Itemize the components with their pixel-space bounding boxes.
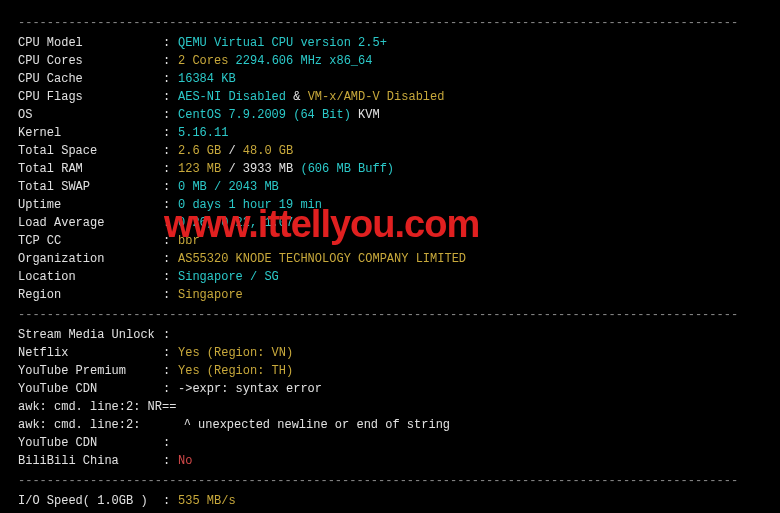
colon: : xyxy=(163,326,178,344)
row-label: YouTube CDN xyxy=(18,434,163,452)
colon: : xyxy=(163,250,178,268)
row-value: 5.16.11 xyxy=(178,126,228,140)
row-value: Yes (Region: TH) xyxy=(178,364,293,378)
row-label: Load Average xyxy=(18,214,163,232)
info-row: OS: CentOS 7.9.2009 (64 Bit) KVM xyxy=(18,106,762,124)
info-row: Netflix: Yes (Region: VN) xyxy=(18,344,762,362)
row-value: ->expr: syntax error xyxy=(178,382,322,396)
info-row: CPU Flags: AES-NI Disabled & VM-x/AMD-V … xyxy=(18,88,762,106)
row-value: 0 days 1 hour 19 min xyxy=(178,198,322,212)
row-value: / 3933 MB xyxy=(221,162,300,176)
row-value: CentOS 7.9.2009 (64 Bit) xyxy=(178,108,358,122)
colon: : xyxy=(163,380,178,398)
row-label: YouTube CDN xyxy=(18,380,163,398)
colon: : xyxy=(163,142,178,160)
info-row: Total SWAP: 0 MB / 2043 MB xyxy=(18,178,762,196)
colon: : xyxy=(163,88,178,106)
colon: : xyxy=(163,34,178,52)
colon: : xyxy=(163,492,178,510)
row-label: OS xyxy=(18,106,163,124)
row-label: TCP CC xyxy=(18,232,163,250)
row-value: / xyxy=(221,144,243,158)
row-label: I/O Speed( 1.0GB ) xyxy=(18,492,163,510)
row-value: 2294.606 MHz x86_64 xyxy=(228,54,372,68)
row-value: & xyxy=(286,90,308,104)
row-value: 16384 KB xyxy=(178,72,236,86)
info-row: CPU Cores: 2 Cores 2294.606 MHz x86_64 xyxy=(18,52,762,70)
row-label: Uptime xyxy=(18,196,163,214)
row-value: QEMU Virtual CPU version 2.5+ xyxy=(178,36,387,50)
colon: : xyxy=(163,124,178,142)
row-label: Netflix xyxy=(18,344,163,362)
info-row: Stream Media Unlock: xyxy=(18,326,762,344)
row-value: 123 MB xyxy=(178,162,221,176)
row-label: Location xyxy=(18,268,163,286)
info-row: CPU Model: QEMU Virtual CPU version 2.5+ xyxy=(18,34,762,52)
row-value: 535 MB/s xyxy=(178,494,236,508)
colon: : xyxy=(163,214,178,232)
row-label: Kernel xyxy=(18,124,163,142)
row-label: YouTube Premium xyxy=(18,362,163,380)
divider: ----------------------------------------… xyxy=(18,306,762,324)
colon: : xyxy=(163,106,178,124)
row-value: Singapore xyxy=(178,288,243,302)
row-label: Stream Media Unlock xyxy=(18,326,163,344)
row-value: No xyxy=(178,454,192,468)
row-value: 0.26, 0.22, 1.07 xyxy=(178,216,293,230)
row-label: CPU Model xyxy=(18,34,163,52)
info-row: YouTube CDN: xyxy=(18,434,762,452)
info-row: CPU Cache: 16384 KB xyxy=(18,70,762,88)
info-row: Region: Singapore xyxy=(18,286,762,304)
colon: : xyxy=(163,232,178,250)
row-value: (606 MB Buff) xyxy=(300,162,394,176)
info-row: Organization: AS55320 KNODE TECHNOLOGY C… xyxy=(18,250,762,268)
row-label: Organization xyxy=(18,250,163,268)
row-label: Region xyxy=(18,286,163,304)
info-row: Uptime: 0 days 1 hour 19 min xyxy=(18,196,762,214)
row-value: KVM xyxy=(358,108,380,122)
colon: : xyxy=(163,362,178,380)
info-row: YouTube CDN: ->expr: syntax error xyxy=(18,380,762,398)
row-value: 0 MB / 2043 MB xyxy=(178,180,279,194)
row-label: Total RAM xyxy=(18,160,163,178)
row-value: Yes (Region: VN) xyxy=(178,346,293,360)
colon: : xyxy=(163,178,178,196)
info-row: I/O Speed( 1.0GB ): 535 MB/s xyxy=(18,492,762,510)
info-row: YouTube Premium: Yes (Region: TH) xyxy=(18,362,762,380)
info-row: Total Space: 2.6 GB / 48.0 GB xyxy=(18,142,762,160)
info-row: Load Average: 0.26, 0.22, 1.07 xyxy=(18,214,762,232)
colon: : xyxy=(163,52,178,70)
divider: ----------------------------------------… xyxy=(18,472,762,490)
row-value: 48.0 GB xyxy=(243,144,293,158)
row-label: Total Space xyxy=(18,142,163,160)
colon: : xyxy=(163,70,178,88)
colon: : xyxy=(163,268,178,286)
colon: : xyxy=(163,344,178,362)
row-value: 2.6 GB xyxy=(178,144,221,158)
colon: : xyxy=(163,286,178,304)
info-row: Location: Singapore / SG xyxy=(18,268,762,286)
row-label: Total SWAP xyxy=(18,178,163,196)
info-row: TCP CC: bbr xyxy=(18,232,762,250)
row-label: CPU Cores xyxy=(18,52,163,70)
row-value: bbr xyxy=(178,234,200,248)
row-value: VM-x/AMD-V Disabled xyxy=(308,90,445,104)
row-value: AES-NI Disabled xyxy=(178,90,286,104)
info-row: BiliBili China: No xyxy=(18,452,762,470)
awk-error: awk: cmd. line:2: ^ unexpected newline o… xyxy=(18,416,762,434)
awk-error: awk: cmd. line:2: NR== xyxy=(18,398,762,416)
row-value: AS55320 KNODE TECHNOLOGY COMPANY LIMITED xyxy=(178,252,466,266)
row-label: CPU Flags xyxy=(18,88,163,106)
row-value: Singapore / SG xyxy=(178,270,279,284)
row-value: 2 Cores xyxy=(178,54,228,68)
colon: : xyxy=(163,452,178,470)
terminal-output: ----------------------------------------… xyxy=(18,14,762,513)
row-label: CPU Cache xyxy=(18,70,163,88)
colon: : xyxy=(163,434,178,452)
colon: : xyxy=(163,196,178,214)
divider: ----------------------------------------… xyxy=(18,14,762,32)
info-row: Total RAM: 123 MB / 3933 MB (606 MB Buff… xyxy=(18,160,762,178)
colon: : xyxy=(163,160,178,178)
info-row: Kernel: 5.16.11 xyxy=(18,124,762,142)
row-label: BiliBili China xyxy=(18,452,163,470)
